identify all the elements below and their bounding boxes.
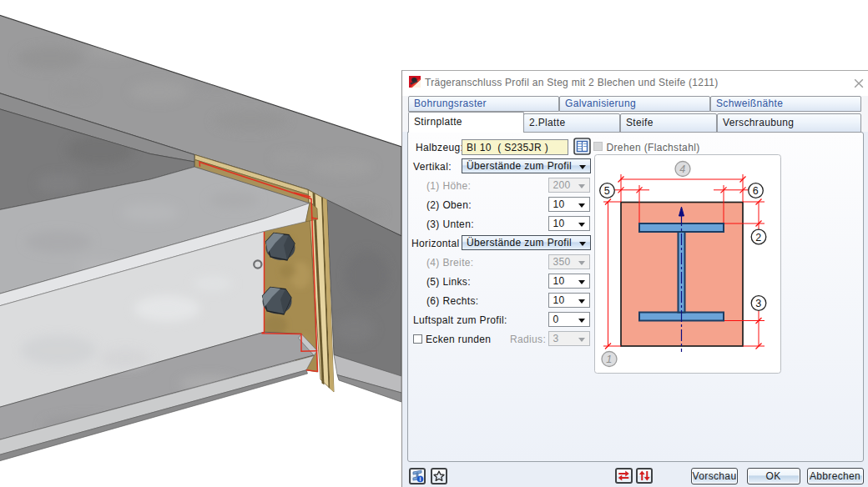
svg-text:1: 1 — [606, 354, 612, 365]
svg-text:i: i — [419, 476, 421, 482]
svg-text:3: 3 — [755, 298, 761, 309]
svg-text:4: 4 — [679, 163, 685, 175]
svg-text:6: 6 — [753, 185, 759, 197]
svg-text:2: 2 — [755, 232, 761, 243]
svg-text:5: 5 — [604, 185, 610, 197]
